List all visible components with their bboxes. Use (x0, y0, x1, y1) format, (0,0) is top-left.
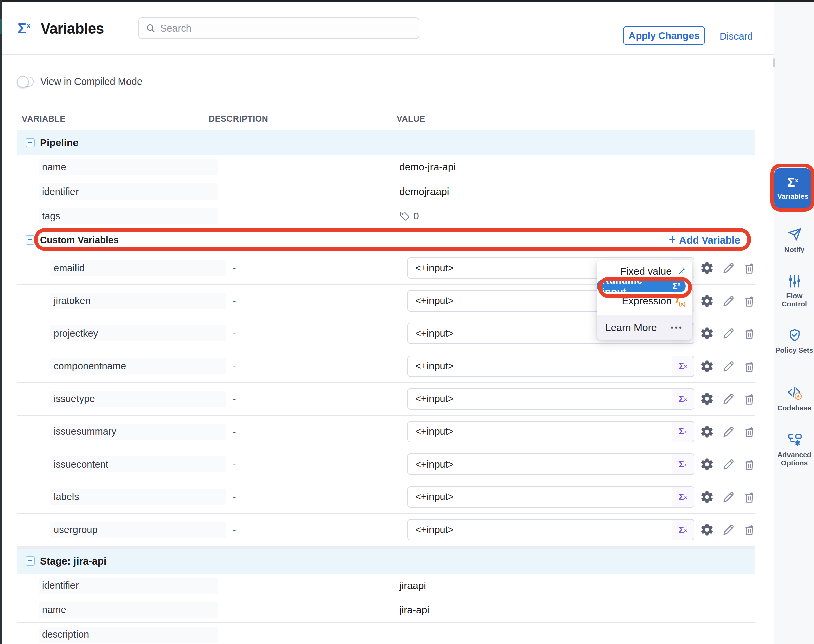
settings-button[interactable] (699, 359, 715, 374)
shield-check-icon (787, 328, 802, 343)
right-sidebar: Σx Variables Notify Flow Control Policy … (774, 2, 814, 644)
sidebar-item-codebase[interactable]: Codebase (774, 385, 814, 412)
edit-button[interactable] (721, 424, 737, 439)
variable-value: demojraapi (399, 186, 449, 197)
trash-icon (743, 523, 756, 536)
column-header-variable: VARIABLE (22, 114, 66, 124)
apply-changes-button[interactable]: Apply Changes (623, 26, 705, 45)
plus-icon: + (669, 233, 676, 245)
runtime-input-sigma-icon[interactable]: Σx (672, 422, 694, 442)
custom-variables-section-header: Custom Variables + Add Variable (17, 228, 755, 252)
search-box[interactable] (138, 17, 419, 39)
menu-item-runtime-input[interactable]: Runtime input Σx (597, 280, 686, 293)
column-header-description: DESCRIPTION (209, 114, 268, 124)
codebase-icon (787, 385, 802, 400)
description-placeholder: - (232, 426, 236, 437)
pencil-icon (722, 261, 736, 275)
gear-icon (700, 523, 714, 537)
settings-button[interactable] (699, 391, 715, 406)
edit-button[interactable] (721, 293, 737, 308)
variable-value: jiraapi (399, 580, 426, 591)
table-row: usergroup - <+input>Σx (17, 514, 755, 546)
collapse-icon[interactable] (26, 138, 35, 147)
edit-button[interactable] (721, 391, 737, 406)
add-variable-button[interactable]: + Add Variable (669, 235, 740, 246)
settings-button[interactable] (699, 489, 715, 505)
value-type-menu: Fixed value Runtime input Σx Expression … (597, 260, 692, 340)
edit-button[interactable] (721, 489, 737, 505)
delete-button[interactable] (742, 489, 757, 505)
settings-button[interactable] (699, 424, 715, 439)
value-input[interactable]: <+input>Σx (407, 388, 694, 409)
delete-button[interactable] (742, 457, 757, 472)
variable-name-label: emailid (50, 260, 226, 276)
runtime-input-sigma-icon[interactable]: Σx (672, 356, 694, 376)
panel-header: Σx Variables Apply Changes Discard (2, 2, 774, 55)
delete-button[interactable] (742, 326, 757, 341)
description-placeholder: - (232, 360, 236, 372)
pencil-icon (722, 327, 736, 340)
settings-button[interactable] (699, 260, 715, 276)
table-row: name demo-jra-api (17, 155, 755, 179)
edit-button[interactable] (721, 522, 737, 537)
tags-value: 0 (399, 210, 419, 222)
settings-button[interactable] (699, 457, 715, 472)
menu-item-expression[interactable]: Expression f(x) (622, 293, 686, 308)
discard-button[interactable]: Discard (720, 31, 753, 42)
table-row: identifier demojraapi (17, 179, 755, 204)
search-input[interactable] (160, 23, 412, 34)
variable-name-label: componentname (50, 358, 226, 374)
settings-button[interactable] (699, 522, 715, 537)
edit-button[interactable] (721, 457, 737, 472)
sidebar-item-flow-control[interactable]: Flow Control (774, 274, 814, 308)
runtime-input-sigma-icon[interactable]: Σx (672, 487, 694, 507)
value-input[interactable]: <+input>Σx (407, 454, 694, 475)
edit-button[interactable] (721, 359, 737, 374)
pencil-icon (722, 457, 736, 471)
delete-button[interactable] (742, 391, 757, 406)
value-input[interactable]: <+input>Σx (407, 356, 694, 377)
edit-button[interactable] (721, 326, 737, 341)
gear-icon (700, 294, 714, 308)
sidebar-item-policy-sets[interactable]: Policy Sets (774, 328, 814, 354)
panel-resize-handle[interactable] (773, 58, 775, 67)
description-placeholder: - (232, 524, 236, 535)
settings-button[interactable] (699, 293, 715, 308)
background-left-strip (0, 0, 2, 644)
toggle-knob (17, 76, 29, 87)
value-input[interactable]: <+input>Σx (407, 519, 694, 540)
trash-icon (743, 360, 756, 373)
page-title: Variables (41, 20, 104, 37)
value-input[interactable]: <+input>Σx (407, 486, 694, 508)
learn-more-link[interactable]: Learn More (605, 322, 657, 333)
delete-button[interactable] (742, 293, 757, 308)
trash-icon (743, 491, 756, 504)
value-input[interactable]: <+input>Σx (407, 421, 694, 442)
delete-button[interactable] (742, 522, 757, 537)
table-row: tags 0 (17, 204, 755, 228)
more-options-icon[interactable]: ••• (671, 323, 683, 333)
sidebar-item-variables[interactable]: Σx Variables (774, 169, 811, 208)
delete-button[interactable] (742, 359, 757, 374)
gear-icon (700, 359, 714, 373)
table-row: componentname - <+input>Σx (17, 350, 755, 383)
delete-button[interactable] (742, 424, 757, 439)
sidebar-item-notify[interactable]: Notify (774, 227, 814, 254)
compiled-mode-row: View in Compiled Mode (17, 76, 142, 87)
collapse-icon[interactable] (26, 557, 35, 566)
pencil-icon (722, 425, 736, 439)
gear-icon (700, 490, 714, 504)
runtime-input-sigma-icon[interactable]: Σx (672, 520, 694, 540)
search-icon (146, 23, 156, 33)
advanced-options-icon (787, 433, 802, 448)
delete-button[interactable] (742, 260, 757, 276)
runtime-input-sigma-icon[interactable]: Σx (672, 389, 694, 409)
edit-button[interactable] (721, 260, 737, 276)
sidebar-item-advanced-options[interactable]: Advanced Options (774, 433, 814, 467)
compiled-mode-toggle[interactable] (17, 77, 34, 87)
settings-button[interactable] (699, 326, 715, 341)
runtime-input-sigma-icon[interactable]: Σx (672, 454, 694, 474)
variable-name-label: labels (50, 489, 226, 505)
collapse-icon[interactable] (26, 235, 35, 245)
sliders-icon (788, 274, 802, 288)
